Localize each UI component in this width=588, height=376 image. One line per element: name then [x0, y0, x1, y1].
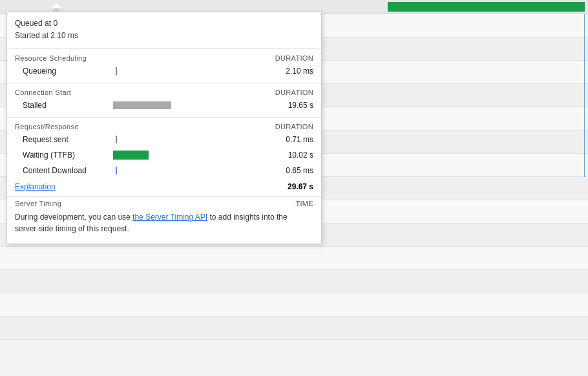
queueing-row: Queueing 2.10 ms — [7, 63, 321, 79]
connection-start-label: Connection Start — [15, 89, 71, 96]
server-timing-section: Server Timing TIME During development, y… — [7, 196, 321, 238]
ttfb-bar — [113, 151, 149, 160]
server-timing-label: Server Timing — [15, 200, 61, 207]
ttfb-label: Waiting (TTFB) — [23, 151, 113, 160]
started-label: Started at 2.10 ms — [15, 30, 313, 42]
stalled-duration: 19.65 s — [262, 101, 313, 110]
ttfb-duration: 10.02 s — [262, 151, 313, 160]
resource-scheduling-label: Resource Scheduling — [15, 54, 87, 62]
total-row: Explanation 29.67 s — [7, 178, 321, 194]
tooltip-header: Queued at 0 Started at 2.10 ms — [7, 12, 321, 45]
ttfb-row: Waiting (TTFB) 10.02 s — [7, 147, 321, 163]
request-sent-row: Request sent 0.71 ms — [7, 132, 321, 147]
ttfb-bar-area — [113, 150, 262, 160]
resource-scheduling-header: Resource Scheduling DURATION — [7, 52, 321, 63]
content-download-duration: 0.65 ms — [262, 166, 313, 175]
stalled-row: Stalled 19.65 s — [7, 98, 321, 113]
server-timing-body: During development, you can use the Serv… — [7, 209, 321, 238]
server-timing-api-link[interactable]: the Server Timing API — [132, 213, 207, 222]
content-download-bar — [116, 167, 117, 174]
divider — [7, 48, 321, 49]
queueing-duration: 2.10 ms — [262, 67, 313, 76]
content-download-bar-area — [113, 165, 262, 176]
divider2 — [7, 83, 321, 83]
timing-tooltip: Queued at 0 Started at 2.10 ms Resource … — [6, 12, 322, 244]
waterfall-green-bar — [388, 2, 585, 12]
connection-start-duration-label: DURATION — [275, 89, 313, 96]
stalled-bar-area — [113, 100, 262, 110]
queued-label: Queued at 0 — [15, 17, 313, 30]
tooltip-arrow-inner — [52, 3, 61, 8]
stalled-bar — [113, 101, 171, 109]
queueing-label: Queueing — [23, 67, 113, 76]
request-sent-label: Request sent — [23, 135, 113, 144]
request-response-duration-label: DURATION — [275, 123, 313, 131]
request-response-header: Request/Response DURATION — [7, 120, 321, 132]
request-sent-duration: 0.71 ms — [262, 135, 313, 144]
waterfall-row — [0, 317, 588, 340]
request-sent-bar — [116, 136, 117, 143]
waterfall-row — [0, 293, 588, 317]
request-response-label: Request/Response — [15, 123, 79, 131]
server-timing-time-label: TIME — [295, 200, 313, 207]
content-download-label: Content Download — [23, 166, 113, 175]
divider3 — [7, 117, 321, 118]
connection-start-header: Connection Start DURATION — [7, 86, 321, 98]
queueing-bar-area — [113, 66, 262, 76]
tooltip-arrow — [51, 7, 61, 12]
resource-scheduling-duration-label: DURATION — [275, 54, 313, 62]
stalled-label: Stalled — [23, 101, 113, 110]
explanation-link[interactable]: Explanation — [15, 182, 56, 191]
total-duration: 29.67 s — [288, 182, 313, 191]
server-timing-text-1: During development, you can use — [15, 213, 132, 222]
queueing-bar — [116, 67, 117, 75]
waterfall-row — [0, 270, 588, 293]
request-sent-bar-area — [113, 134, 262, 145]
waterfall-row — [0, 247, 588, 270]
content-download-row: Content Download 0.65 ms — [7, 163, 321, 178]
server-timing-header: Server Timing TIME — [7, 196, 321, 209]
